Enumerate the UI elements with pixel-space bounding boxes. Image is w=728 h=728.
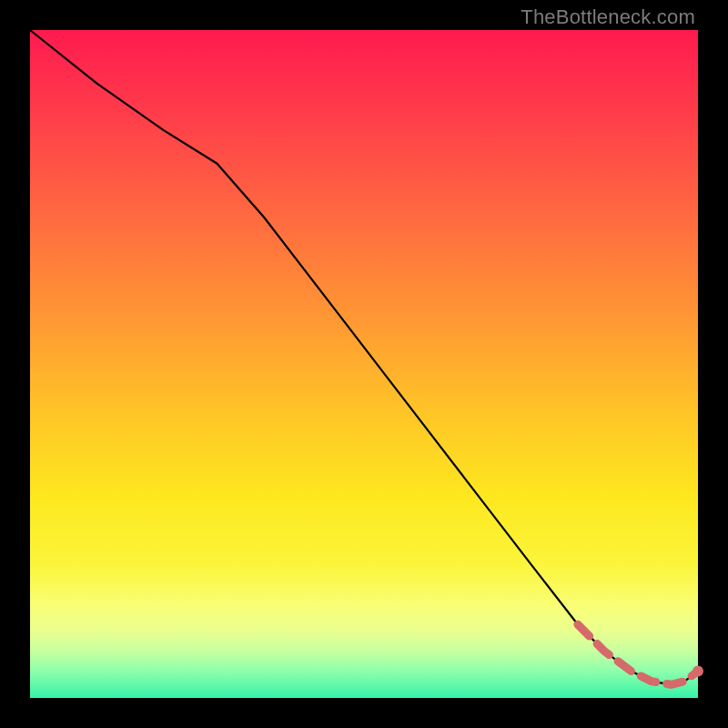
chart-overlay-svg [30,30,698,698]
bottleneck-curve-path [30,30,698,684]
chart-frame: TheBottleneck.com [0,0,728,728]
end-dot [693,666,703,677]
watermark-text: TheBottleneck.com [521,5,695,29]
highlight-trail-path [578,624,698,684]
